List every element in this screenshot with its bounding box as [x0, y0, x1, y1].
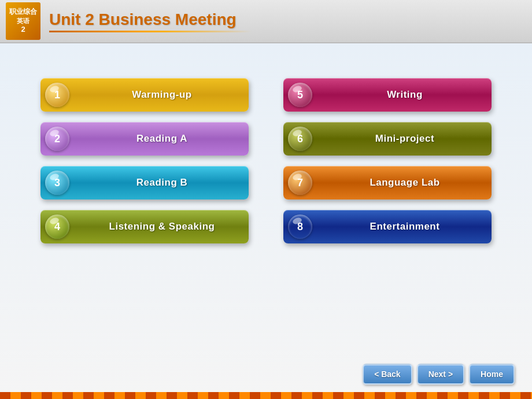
btn-entertainment[interactable]: 8 Entertainment [283, 210, 492, 243]
page-title: Unit 2 Business Meeting [49, 10, 252, 29]
menu-grid: 1 Warming-up 5 Writing 2 Reading A 6 Min… [40, 78, 492, 243]
header: 职业综合 英语 2 Unit 2 Business Meeting [0, 0, 532, 43]
logo-line3: 2 [21, 25, 25, 35]
btn-number-1: 1 [45, 83, 69, 107]
btn-label-1: Warming-up [75, 89, 249, 101]
btn-label-3: Reading B [75, 177, 249, 189]
btn-number-5: 5 [288, 83, 312, 107]
btn-label-5: Writing [318, 89, 492, 101]
btn-writing[interactable]: 5 Writing [283, 78, 492, 112]
btn-reading-b[interactable]: 3 Reading B [40, 166, 249, 200]
bottom-stripe [0, 392, 532, 399]
btn-number-2: 2 [45, 127, 69, 151]
btn-number-8: 8 [288, 215, 312, 239]
logo-line1: 职业综合 [9, 8, 37, 17]
btn-language-lab[interactable]: 7 Language Lab [283, 166, 492, 200]
next-button[interactable]: Next > [417, 364, 464, 385]
btn-number-7: 7 [288, 171, 312, 195]
btn-label-2: Reading A [75, 133, 249, 145]
main-content: 1 Warming-up 5 Writing 2 Reading A 6 Min… [0, 43, 532, 399]
btn-label-4: Listening & Speaking [75, 221, 249, 232]
logo-line2: 英语 [17, 17, 29, 25]
btn-number-3: 3 [45, 171, 69, 195]
logo: 职业综合 英语 2 [6, 2, 40, 40]
btn-number-4: 4 [45, 215, 69, 239]
btn-label-7: Language Lab [318, 177, 492, 189]
btn-label-8: Entertainment [318, 221, 492, 232]
btn-warming-up[interactable]: 1 Warming-up [40, 78, 249, 112]
back-button[interactable]: < Back [363, 364, 412, 385]
btn-number-6: 6 [288, 127, 312, 151]
btn-reading-a[interactable]: 2 Reading A [40, 122, 249, 156]
home-button[interactable]: Home [469, 364, 515, 385]
nav-buttons: < Back Next > Home [363, 364, 515, 385]
title-underline [49, 31, 252, 32]
btn-label-6: Mini-project [318, 133, 492, 145]
btn-listening-speaking[interactable]: 4 Listening & Speaking [40, 210, 249, 243]
title-area: Unit 2 Business Meeting [49, 10, 252, 32]
btn-mini-project[interactable]: 6 Mini-project [283, 122, 492, 156]
